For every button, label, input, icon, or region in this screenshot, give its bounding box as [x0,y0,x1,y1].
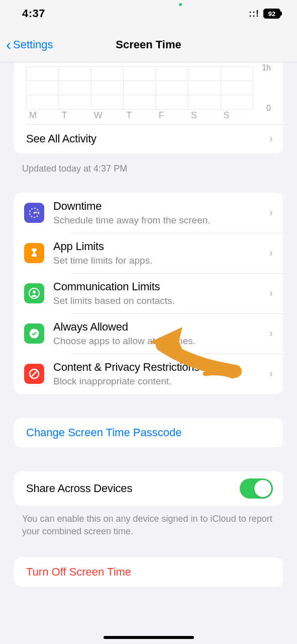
see-all-activity-row[interactable]: See All Activity › [14,124,283,153]
back-label: Settings [13,38,53,51]
back-button[interactable]: ‹ Settings [0,37,53,52]
chart-ytick-top: 1h [262,63,271,72]
share-footer: You can enable this on any device signed… [22,513,275,537]
battery-icon: 92 [263,9,282,19]
contact-icon [24,283,44,303]
options-card: Downtime Schedule time away from the scr… [14,193,283,394]
always-allowed-row[interactable]: Always Allowed Choose apps to allow at a… [14,313,283,354]
svg-line-5 [31,371,37,377]
chart-xlabels: M T W T F S S [26,110,253,124]
chevron-right-icon: › [269,206,273,219]
nav-header: ‹ Settings Screen Time [0,27,297,62]
check-badge-icon [24,324,44,344]
usage-chart: 1h 0 M T W T F S S [26,66,271,124]
recording-indicator-dot [179,3,182,6]
chart-ytick-bottom: 0 [266,104,271,113]
chevron-right-icon: › [269,327,273,340]
share-card: Share Across Devices [14,471,283,506]
signal-icon: ::! [249,9,259,19]
turn-off-row[interactable]: Turn Off Screen Time [14,557,283,587]
chevron-right-icon: › [269,247,273,260]
content-privacy-row[interactable]: Content & Privacy Restrictions Block ina… [14,354,283,394]
hourglass-icon [24,243,44,263]
see-all-activity-label: See All Activity [26,132,269,145]
downtime-row[interactable]: Downtime Schedule time away from the scr… [14,193,283,233]
activity-card: 1h 0 M T W T F S S See All Activity › [14,62,283,153]
app-limits-row[interactable]: App Limits Set time limits for apps. › [14,233,283,273]
chevron-right-icon: › [269,132,273,145]
change-passcode-row[interactable]: Change Screen Time Passcode [14,418,283,447]
share-across-devices-row[interactable]: Share Across Devices [14,471,283,506]
updated-label: Updated today at 4:37 PM [22,163,275,175]
passcode-card: Change Screen Time Passcode [14,418,283,447]
share-toggle[interactable] [240,478,273,499]
chevron-right-icon: › [269,367,273,380]
svg-point-1 [34,212,35,214]
turn-off-label: Turn Off Screen Time [26,566,131,579]
status-bar: 4:37 ::! 92 [0,0,297,27]
communication-limits-row[interactable]: Communication Limits Set limits based on… [14,273,283,313]
svg-point-3 [33,291,36,294]
chevron-left-icon: ‹ [6,37,11,52]
change-passcode-label: Change Screen Time Passcode [26,426,181,439]
share-label: Share Across Devices [26,482,132,495]
turnoff-card: Turn Off Screen Time [14,557,283,587]
nosign-icon [24,364,44,384]
home-indicator[interactable] [104,636,194,639]
downtime-icon [24,203,44,223]
status-time: 4:37 [22,7,45,20]
chevron-right-icon: › [269,287,273,300]
